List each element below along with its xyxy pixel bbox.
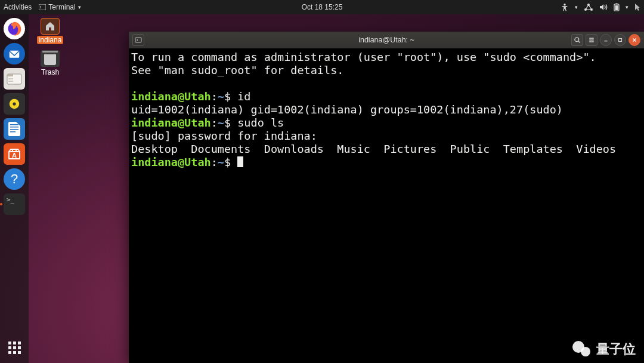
dock-thunderbird[interactable] (4, 43, 25, 64)
desktop-trash-label: Trash (41, 68, 59, 76)
watermark-text: 量子位 (596, 340, 636, 358)
svg-rect-18 (10, 127, 18, 128)
dock-ubuntu-software[interactable]: A (4, 143, 25, 165)
svg-text:A: A (12, 152, 17, 159)
terminal-icon (39, 4, 46, 10)
svg-point-23 (575, 38, 579, 42)
svg-rect-0 (39, 4, 46, 10)
terminal-menu-button[interactable] (586, 34, 597, 46)
wechat-icon (572, 341, 593, 358)
svg-rect-6 (616, 4, 618, 5)
prompt-path: ~ (218, 116, 224, 129)
svg-rect-19 (10, 129, 18, 130)
close-button[interactable] (628, 34, 640, 46)
desktop-icons: indiana Trash (33, 18, 67, 76)
prompt-userhost: indiana@Utah (131, 116, 211, 129)
prompt-path: ~ (218, 156, 224, 168)
terminal-window: indiana@Utah: ~ To run a command as admi… (129, 32, 644, 363)
clock[interactable]: Oct 18 15:25 (302, 3, 343, 11)
term-line: [sudo] password for indiana: (131, 130, 317, 142)
chevron-down-icon: ▾ (575, 4, 578, 10)
command: id (237, 90, 250, 103)
svg-point-1 (564, 4, 566, 6)
window-titlebar[interactable]: indiana@Utah: ~ (129, 32, 644, 48)
desktop-home-label: indiana (37, 36, 64, 44)
volume-icon[interactable] (599, 4, 608, 11)
term-line: To run a command as administrator (user … (131, 51, 596, 63)
term-line: uid=1002(indiana) gid=1002(indiana) grou… (131, 103, 563, 116)
svg-rect-17 (10, 124, 18, 125)
accessibility-icon[interactable] (561, 3, 569, 11)
app-menu[interactable]: Terminal ▾ (39, 3, 80, 11)
ubuntu-dock: A ? (0, 14, 29, 363)
battery-icon[interactable] (614, 3, 620, 11)
dock-help[interactable]: ? (4, 168, 25, 190)
svg-rect-22 (135, 38, 141, 42)
command: sudo ls (237, 116, 284, 129)
maximize-button[interactable] (614, 34, 626, 46)
prompt-userhost: indiana@Utah (131, 90, 211, 103)
gnome-top-bar: Activities Terminal ▾ Oct 18 15:25 ▾ ▾ (0, 0, 644, 14)
window-title: indiana@Utah: ~ (358, 36, 414, 44)
term-line: See "man sudo_root" for details. (131, 64, 343, 76)
desktop-home-folder[interactable]: indiana (33, 18, 67, 44)
home-icon (41, 18, 60, 35)
mouse-pointer-icon (634, 3, 640, 11)
svg-rect-9 (10, 51, 20, 58)
terminal-search-button[interactable] (571, 34, 583, 46)
dock-terminal[interactable] (4, 193, 25, 215)
svg-rect-13 (8, 81, 13, 82)
trash-icon (41, 50, 60, 67)
app-menu-label: Terminal (48, 3, 75, 11)
dock-libreoffice-writer[interactable] (4, 118, 25, 140)
prompt-userhost: indiana@Utah (131, 156, 211, 168)
cursor-block (237, 156, 243, 167)
svg-rect-20 (10, 131, 16, 133)
dock-rhythmbox[interactable] (4, 93, 25, 115)
svg-rect-12 (8, 78, 13, 79)
svg-rect-11 (7, 74, 13, 76)
activities-button[interactable]: Activities (4, 3, 32, 11)
term-line: Desktop Documents Downloads Music Pictur… (131, 143, 616, 155)
network-icon[interactable] (584, 4, 593, 11)
chevron-down-icon: ▾ (78, 4, 81, 10)
show-applications-button[interactable] (4, 337, 25, 358)
chevron-down-icon: ▾ (626, 4, 628, 10)
dock-firefox[interactable] (4, 18, 25, 39)
svg-point-15 (13, 102, 16, 105)
new-tab-button[interactable] (132, 34, 144, 46)
svg-rect-7 (615, 5, 618, 10)
desktop-trash[interactable]: Trash (33, 50, 67, 76)
prompt-path: ~ (218, 90, 224, 103)
dock-files[interactable] (4, 68, 25, 90)
svg-rect-24 (619, 39, 622, 42)
watermark: 量子位 (572, 340, 636, 358)
minimize-button[interactable] (600, 34, 612, 46)
terminal-body[interactable]: To run a command as administrator (user … (129, 48, 644, 363)
